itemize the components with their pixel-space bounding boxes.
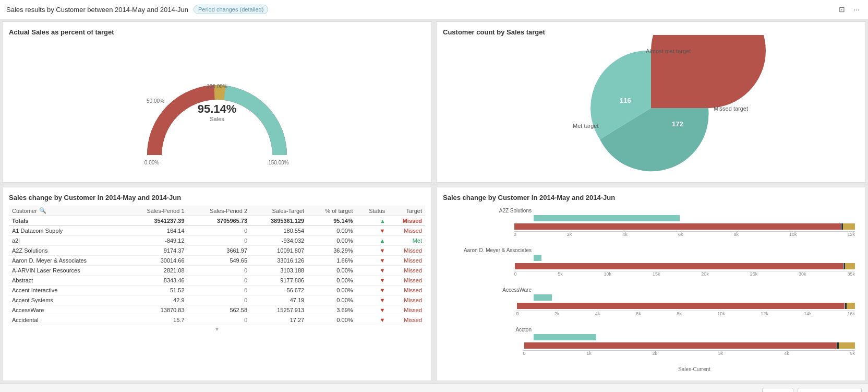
minimize-button[interactable]: ⊡ — [837, 4, 847, 15]
row-period1: 30014.66 — [125, 256, 188, 266]
row-pct: 36.29% — [307, 246, 356, 256]
pie-container: Missed target Met target Almost met targ… — [443, 40, 859, 176]
svg-text:0.00%: 0.00% — [144, 160, 159, 165]
row-target: 15257.913 — [250, 305, 307, 315]
axis-label: 3k — [718, 351, 724, 356]
row-period1: 13870.83 — [125, 305, 188, 315]
pie-svg: Missed target Met target Almost met targ… — [521, 35, 781, 181]
axis-label: 16k — [847, 311, 855, 316]
bar-axis: 05k10k15k20k25k30k35k — [453, 271, 855, 277]
col-status: Status — [356, 206, 389, 216]
axis-label: 0 — [514, 271, 516, 277]
gauge-value: 95.14% — [198, 102, 237, 116]
period-badge[interactable]: Period changes (detailed) — [194, 5, 268, 14]
table-row: A-ARVIN Laser Resources 2821.08 0 3103.1… — [9, 266, 425, 276]
axis-label: 0 — [523, 351, 525, 356]
row-target: 10091.807 — [250, 246, 307, 256]
bar-group: AccessWare02k4k6k8k10k12k14k16k — [453, 287, 855, 316]
bar-group: Aaron D. Meyer & Associates05k10k15k20k2… — [453, 247, 855, 277]
bottom-actions: Close Add to new sheet — [762, 388, 862, 392]
row-status: Missed — [388, 276, 425, 286]
title-actions: ⊡ ··· — [837, 4, 862, 15]
row-period2: 562.58 — [188, 305, 251, 315]
svg-text:Missed target: Missed target — [714, 105, 748, 112]
col-target2: Target — [388, 206, 425, 216]
row-period1: 8343.46 — [125, 276, 188, 286]
scroll-hint: ▼ — [9, 325, 425, 333]
table-row: Accent Interactive 51.52 0 56.672 0.00% … — [9, 286, 425, 295]
axis-label: 6k — [636, 311, 641, 316]
axis-label: 4k — [784, 351, 789, 356]
totals-arrow: ▲ — [356, 216, 389, 226]
row-period1: 2821.08 — [125, 266, 188, 276]
table-row: A1 Datacom Supply 164.14 0 180.554 0.00%… — [9, 226, 425, 236]
row-arrow: ▼ — [356, 226, 389, 236]
bar-axis: 02k4k6k8k10k12k — [453, 231, 855, 237]
bar-fill-red — [524, 342, 837, 349]
row-customer: Aaron D. Meyer & Associates — [9, 256, 125, 266]
bar-axis: 01k2k3k4k5k — [453, 350, 855, 356]
row-pct: 0.00% — [307, 226, 356, 236]
totals-target: 3895361.129 — [250, 216, 307, 226]
svg-text:Almost met target: Almost met target — [646, 48, 691, 54]
bar-fill-teal — [534, 255, 541, 261]
row-target: -934.032 — [250, 236, 307, 246]
table-row: Accent Systems 42.9 0 47.19 0.00% ▼ Miss… — [9, 295, 425, 305]
row-target: 3103.188 — [250, 266, 307, 276]
axis-label: 5k — [850, 351, 855, 356]
axis-label: 35k — [847, 271, 855, 277]
row-customer: A-ARVIN Laser Resources — [9, 266, 125, 276]
axis-label: 2k — [567, 232, 572, 237]
add-to-sheet-button[interactable]: Add to new sheet — [798, 388, 862, 392]
row-pct: 0.00% — [307, 315, 356, 325]
bar-red-row — [453, 263, 855, 270]
row-target: 47.19 — [250, 295, 307, 305]
bar-red-row — [453, 342, 855, 349]
bar-group: Accton01k2k3k4k5k — [453, 327, 855, 356]
axis-label: 10k — [717, 311, 725, 316]
row-status: Missed — [388, 315, 425, 325]
customer-search-icon[interactable]: 🔍 — [39, 207, 46, 214]
row-arrow: ▼ — [356, 276, 389, 286]
row-period2: 0 — [188, 295, 251, 305]
row-customer: a2i — [9, 236, 125, 246]
table-row: AccessWare 13870.83 562.58 15257.913 3.6… — [9, 305, 425, 315]
row-status: Met — [388, 236, 425, 246]
axis-label: 20k — [701, 271, 709, 277]
row-period2: 0 — [188, 276, 251, 286]
axis-label: 2k — [653, 351, 658, 356]
axis-label: 12k — [761, 311, 768, 316]
axis-label: 4k — [622, 232, 628, 237]
axis-label: 1k — [586, 351, 592, 356]
row-pct: 0.00% — [307, 236, 356, 246]
totals-pct: 95.14% — [307, 216, 356, 226]
page-title: Sales results by Customer between 2014-M… — [6, 6, 188, 14]
more-options-button[interactable]: ··· — [851, 4, 862, 15]
row-period2: 0 — [188, 286, 251, 295]
row-pct: 0.00% — [307, 286, 356, 295]
bar-chart-area: A2Z Solutions02k4k6k8k10k12kAaron D. Mey… — [443, 206, 859, 374]
svg-text:172: 172 — [672, 120, 683, 128]
row-status: Missed — [388, 266, 425, 276]
sales-table: Customer 🔍 Sales-Period 1 Sales-Period 2… — [9, 206, 425, 325]
bar-red-row — [453, 223, 855, 230]
row-period1: -849.12 — [125, 236, 188, 246]
row-arrow: ▼ — [356, 305, 389, 315]
bar-fill-red — [517, 303, 845, 309]
row-status: Missed — [388, 286, 425, 295]
title-bar: Sales results by Customer between 2014-M… — [0, 0, 868, 19]
row-arrow: ▼ — [356, 246, 389, 256]
bottom-bar: ℹ Period applied: YearMonth-last sorted … — [0, 383, 868, 392]
row-period1: 15.7 — [125, 315, 188, 325]
x-axis-label: Sales-Current — [453, 366, 855, 372]
bar-customer-label: Aaron D. Meyer & Associates — [453, 247, 532, 253]
row-status: Missed — [388, 256, 425, 266]
row-arrow: ▼ — [356, 266, 389, 276]
svg-text:Met target: Met target — [573, 123, 599, 129]
close-button[interactable]: Close — [762, 388, 794, 392]
axis-label: 8k — [733, 232, 739, 237]
row-pct: 0.00% — [307, 276, 356, 286]
row-period2: 0 — [188, 315, 251, 325]
table-row: a2i -849.12 0 -934.032 0.00% ▲ Met — [9, 236, 425, 246]
actual-sales-panel: Actual Sales as percent of target 0.00% — [2, 21, 432, 183]
